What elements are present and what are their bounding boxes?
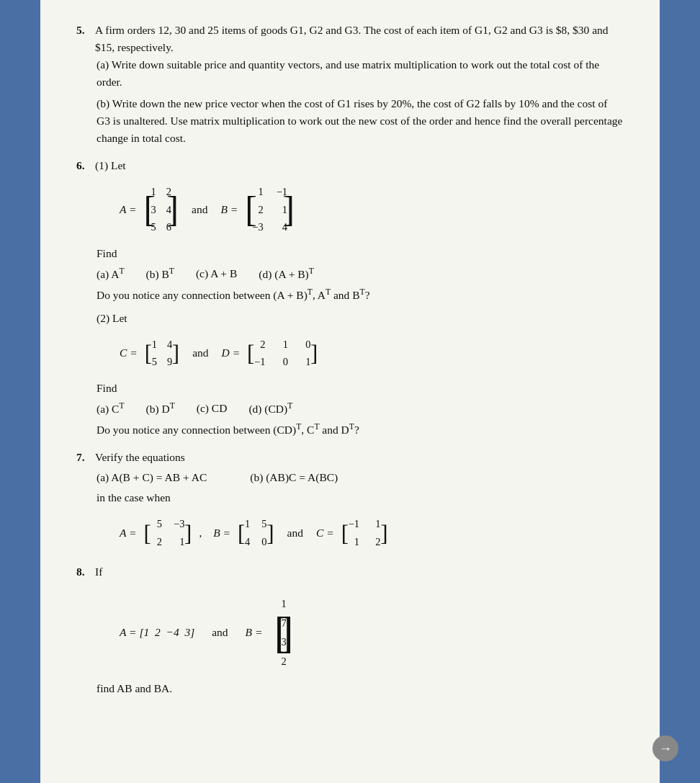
C-r1c2: 4 (167, 336, 172, 353)
and-2: and (192, 344, 208, 362)
D-r2c3: 1 (300, 353, 310, 370)
B8-r1: 1 (281, 595, 286, 612)
matrix-B8: 1 7 3 2 (274, 592, 293, 673)
A7-r1c1: 5 (151, 515, 162, 532)
p6-part2-b: (b) DT (146, 400, 175, 418)
problem-7-number: 7. (76, 449, 91, 466)
B-r3c1: −3 (252, 218, 263, 236)
matrix-D-label: D = (222, 344, 241, 362)
A-r1c2: 2 (166, 183, 171, 200)
matrix-B7: 1 5 4 0 (238, 512, 274, 553)
part2-intro: (2) Let (97, 310, 624, 327)
D-r2c1: −1 (254, 353, 265, 370)
C7-r2c2: 2 (369, 533, 380, 550)
find-label-1: Find (97, 247, 117, 259)
B8-label: B = (246, 624, 263, 641)
p6-part-d: (d) (A + B)T (259, 265, 314, 283)
p7-part-a: (a) A(B + C) = AB + AC (97, 469, 207, 486)
problem-5a: (a) Write down suitable price and quanti… (97, 56, 624, 91)
p7-part-b: (b) (AB)C = A(BC) (250, 469, 338, 486)
and-3: and (287, 524, 303, 542)
A7-r2c2: 1 (174, 533, 184, 550)
p6-part2-a: (a) CT (97, 400, 125, 418)
B7-r1c2: 5 (261, 515, 266, 532)
matrix-A7: 5 −3 2 1 (144, 512, 192, 553)
problem-8-number: 8. (76, 563, 91, 581)
p6-part2-d: (d) (CD)T (248, 400, 292, 418)
A7-r2c1: 2 (151, 533, 162, 550)
A-r1c1: 1 (151, 183, 156, 200)
C-r2c2: 9 (167, 353, 172, 370)
p6-part-b: (b) BT (146, 265, 174, 283)
matrix-C: 1 4 5 9 (145, 333, 180, 374)
B8-r4: 2 (281, 653, 286, 670)
find-ab-ba-text: find AB and BA. (97, 682, 172, 694)
B7-r2c2: 0 (261, 533, 266, 550)
matrix-A-label: A = (120, 201, 137, 218)
problem-7: 7. Verify the equations (a) A(B + C) = A… (76, 449, 624, 553)
B-r1c1: 1 (252, 183, 263, 200)
C7-label: C = (316, 524, 334, 542)
C7-r1c1: −1 (349, 515, 359, 532)
B-r3c2: 4 (277, 218, 287, 236)
find-label-2: Find (97, 382, 117, 394)
find-section-1: Find (97, 245, 624, 262)
problem-5b: (b) Write down the new price vector when… (97, 95, 624, 147)
find-section-2: Find (97, 380, 624, 397)
matrix-C-label: C = (120, 344, 138, 362)
find-ab-ba: find AB and BA. (97, 680, 624, 697)
p6-part-a: (a) AT (97, 265, 125, 283)
problem-6-intro: (1) Let (95, 157, 126, 174)
problem-5-number: 5. (76, 22, 91, 56)
D-r1c1: 2 (254, 336, 265, 353)
B7-r1c1: 1 (245, 515, 250, 532)
problem-5-text: A firm orders 12, 30 and 25 items of goo… (95, 22, 624, 56)
matrix-B-label: B = (220, 201, 238, 218)
part2-intro-text: (2) Let (97, 312, 127, 324)
A-r2c1: 3 (151, 201, 156, 218)
notice-line-2: Do you notice any connection between (CD… (97, 421, 624, 439)
B8-r3: 3 (281, 633, 286, 650)
next-arrow-button[interactable]: → (652, 735, 678, 761)
problem-5a-label: (a) (97, 58, 109, 71)
and-1: and (192, 201, 207, 218)
find-parts-1: (a) AT (b) BT (c) A + B (d) (A + B)T (97, 265, 624, 283)
C-r2c1: 5 (152, 353, 157, 370)
page-container: 5. A firm orders 12, 30 and 25 items of … (40, 0, 660, 783)
matrix-D: 2 1 0 −1 0 1 (247, 333, 318, 374)
D-r1c2: 1 (277, 336, 288, 353)
A7-r1c2: −3 (174, 515, 184, 532)
D-r1c3: 0 (300, 336, 310, 353)
B7-label: B = (213, 524, 230, 542)
D-r2c2: 0 (277, 353, 288, 370)
C-r1c1: 1 (152, 336, 157, 353)
problem-7-text: Verify the equations (95, 449, 185, 466)
C7-r2c1: 1 (349, 533, 359, 550)
notice-line-1: Do you notice any connection between (A … (97, 286, 624, 304)
B-r2c1: 2 (252, 201, 263, 218)
matrix-C7: −1 1 1 2 (341, 512, 388, 553)
matrix-A: 1 2 3 4 5 6 (144, 180, 179, 238)
problem-6-number: 6. (76, 157, 91, 174)
problem-5a-text: Write down suitable price and quantity v… (97, 58, 599, 88)
A-r2c2: 4 (166, 201, 171, 218)
A-r3c2: 6 (166, 218, 171, 236)
C7-r1c2: 1 (369, 515, 380, 532)
A8-expr: A = [1 2 −4 3] (120, 624, 194, 641)
B-r1c2: −1 (277, 183, 287, 200)
comma-1: , (199, 524, 202, 542)
find-parts-2: (a) CT (b) DT (c) CD (d) (CD)T (97, 400, 624, 418)
A7-label: A = (120, 524, 137, 542)
and-4: and (212, 624, 228, 641)
problem-5b-label: (b) (97, 97, 109, 109)
problem-6: 6. (1) Let A = 1 2 3 4 5 6 and B = 1 (76, 157, 624, 439)
problem-5b-text: Write down the new price vector when the… (97, 97, 622, 144)
B8-r2: 7 (281, 614, 286, 632)
problem-8: 8. If A = [1 2 −4 3] and B = 1 7 3 2 fin… (76, 563, 624, 697)
A-r3c1: 5 (151, 218, 156, 236)
p6-part2-c: (c) CD (197, 400, 228, 418)
in-case-label: in the case when (97, 489, 624, 506)
p6-part-c: (c) A + B (196, 265, 237, 283)
problem-5: 5. A firm orders 12, 30 and 25 items of … (76, 22, 624, 147)
problem-8-text: If (95, 563, 102, 581)
